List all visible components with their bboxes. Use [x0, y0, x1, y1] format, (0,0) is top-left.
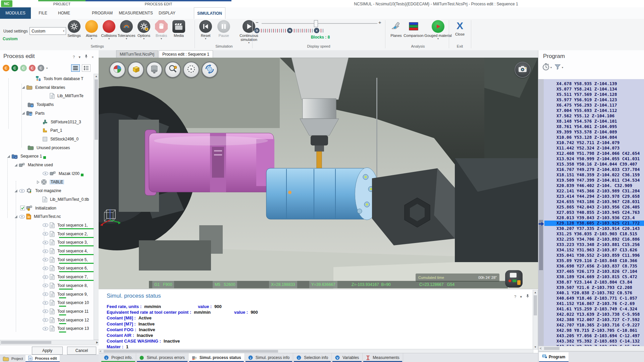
tree-item[interactable]: Tool sequence 13	[42, 325, 89, 332]
gcode-line[interactable]: X24.655 Y43.186 Z-103.967 C28.031	[556, 199, 640, 204]
tree-item-label[interactable]: Tool magazine	[35, 188, 61, 193]
chevron-down-icon[interactable]: ▾	[79, 55, 81, 59]
tree-item-label[interactable]: Parts	[35, 111, 45, 116]
tree-item[interactable]: Tool sequence 5,	[42, 256, 88, 263]
speed-minus-button[interactable]: −	[256, 19, 259, 25]
tree-item-label[interactable]: Part_1	[50, 128, 62, 133]
speed-tick[interactable]	[302, 29, 303, 33]
tree-item[interactable]: Tool magazine	[14, 187, 61, 194]
options-button[interactable]: Options▾	[136, 20, 152, 40]
tab-project-info-[interactable]: iProject info.	[101, 353, 136, 362]
speed-tick[interactable]	[267, 29, 268, 33]
chevron-down-icon[interactable]: ▾	[437, 38, 439, 40]
gcode-line[interactable]: X15.358 Y50.16 Z-104.044 C39.407	[556, 162, 637, 167]
tab-display[interactable]: DISPLAY	[154, 7, 180, 19]
reset-button[interactable]: Reset▾	[197, 20, 214, 44]
gcode-line[interactable]: X42.98 Y8.715 Z-103.705 C-10.861	[556, 328, 637, 333]
tree-item[interactable]: TTToolpaths	[28, 101, 54, 108]
tree-item-label[interactable]: StlFixture1012_3	[51, 120, 81, 124]
program-stopwatch-button[interactable]: ▾	[542, 63, 552, 72]
tree-item[interactable]: Tool sequence 3,	[42, 239, 88, 246]
gcode-line[interactable]: X8.761 Y54.061 Z-104.095	[556, 124, 617, 129]
gcode-line[interactable]: X35.041 Y30.552 Z-103.859 C11.996	[556, 253, 640, 258]
settings-button[interactable]: Settings	[66, 20, 83, 40]
tree-item-label[interactable]: Sequence 1	[20, 154, 42, 159]
tree-item-label[interactable]: Mazak I200	[59, 171, 79, 176]
help-icon[interactable]: ?	[73, 55, 75, 59]
gcode-line[interactable]: X28.013 Y39.843 Z-103.936 C23.4	[556, 215, 635, 221]
chevron-down-icon[interactable]: ▾	[520, 295, 522, 299]
used-settings-combobox[interactable]: Custom ▾	[30, 27, 66, 35]
tab-program[interactable]: PROGRAM	[87, 7, 117, 19]
tree-item[interactable]: Lib_MillTurnTest_0.tlb	[42, 196, 89, 203]
speed-slider-thumb[interactable]	[314, 20, 318, 27]
collisions-button[interactable]: Collisions▾	[101, 20, 117, 40]
chevron-down-icon[interactable]: ▾	[126, 38, 127, 40]
tree-item-label[interactable]: Tool sequence 6,	[57, 266, 88, 270]
gcode-line[interactable]: X42.022 Y13.639 Z-103.738 C-5.958	[556, 312, 640, 317]
speed-tick[interactable]	[261, 29, 262, 33]
tree-item[interactable]: Machine used	[14, 161, 53, 169]
pin-icon[interactable]	[85, 54, 88, 59]
tree-item[interactable]: CADParts	[21, 110, 45, 117]
gcode-line[interactable]: X31.25 Y36.035 Z-103.903 C18.515	[556, 231, 637, 237]
tab-file[interactable]: FILE	[34, 7, 52, 19]
viewport-selection-circle-button[interactable]	[183, 62, 199, 78]
gcode-line[interactable]: X42.707 Y10.365 Z-103.716 C-9.227	[556, 322, 640, 328]
media-button[interactable]: Media	[170, 20, 187, 40]
gcode-line[interactable]: X37.465 Y26.173 Z-103.826 C7.104	[556, 269, 637, 274]
tree-item[interactable]: Tool sequence 11	[42, 308, 89, 315]
viewport-rotate-orbit-button[interactable]	[202, 62, 218, 78]
tree-item[interactable]: StlFixture1012_3	[42, 118, 81, 126]
tree-item-label[interactable]: Unused processes	[37, 145, 70, 150]
planes-button[interactable]: Planes	[388, 20, 405, 40]
tree-item[interactable]: Tools from database T	[35, 75, 84, 82]
gcode-line[interactable]: X9.399 Y53.578 Z-104.089	[556, 129, 617, 135]
gcode-line[interactable]: X22.141 Y45.366 Z-103.989 C31.284	[556, 188, 640, 194]
close-icon[interactable]: ×	[92, 55, 94, 59]
tolerances-button[interactable]: Tolerances▾	[118, 20, 135, 40]
gcode-line[interactable]: X8.148 Y54.576 Z-104.101	[556, 119, 617, 124]
tree-item[interactable]: Initialization	[20, 204, 56, 212]
speed-tick[interactable]	[275, 29, 276, 33]
gcode-line[interactable]: X42.388 Y12.007 Z-103.727 C-7.592	[556, 317, 640, 322]
gcode-line[interactable]: X7.562 Y55.12 Z-104.106	[556, 113, 614, 119]
gcode-line[interactable]: X33.223 Y33.348 Z-103.881 C15.256	[556, 242, 640, 247]
tab-simul--process-status[interactable]: Simul. process status	[189, 353, 245, 362]
scroll-down-icon[interactable]: ▼	[533, 345, 538, 349]
status-scroll-thumb[interactable]	[534, 295, 537, 315]
apply-button[interactable]: Apply	[32, 347, 63, 355]
gcode-line[interactable]: X38.189 Y24.669 Z-103.815 C5.472	[556, 274, 637, 280]
viewport-control-widget[interactable]	[505, 270, 523, 288]
gcode-line[interactable]: X10.06 Y53.128 Z-104.084	[556, 135, 617, 140]
tree-item[interactable]: Tool sequence 4,	[42, 247, 88, 255]
gcode-line[interactable]: X43.382 Y5.392 Z-103.683 C-14.132	[556, 339, 640, 344]
gcode-line[interactable]: X35.89 Y29.116 Z-103.848 C10.366	[556, 258, 637, 263]
tree-hscroll-thumb[interactable]	[1, 341, 51, 344]
gcode-line[interactable]: X6.475 Y56.293 Z-104.117	[556, 103, 617, 108]
tree-item[interactable]: Tool sequence 2,	[42, 230, 88, 238]
speed-tick[interactable]	[306, 29, 307, 33]
speed-ticks[interactable]: ◷Nx	[254, 27, 382, 34]
speed-tick[interactable]	[277, 29, 278, 33]
tree-item[interactable]: StlStock2496_0	[42, 135, 78, 143]
speed-tick[interactable]	[271, 29, 272, 33]
tree-item[interactable]: Mazak I200	[42, 170, 84, 177]
clock-speed-icon[interactable]: ◷	[254, 28, 260, 33]
speed-tick[interactable]	[298, 29, 299, 33]
cancel-button[interactable]: Cancel	[67, 347, 96, 355]
tree-item-label[interactable]: External libraries	[35, 85, 65, 90]
speed-tick[interactable]	[265, 29, 266, 33]
gcode-line[interactable]: X41.152 Y16.867 Z-103.76 C-2.69	[556, 301, 635, 306]
tree-item-label[interactable]: Tool sequence 11	[57, 309, 89, 314]
tree-item-label[interactable]: Tool sequence 1,	[57, 223, 88, 228]
tree-item[interactable]: Unused processes	[28, 144, 70, 152]
tree-item-label[interactable]: Tools from database T	[44, 76, 84, 81]
tree-item[interactable]: External libraries	[21, 84, 65, 91]
list-view-icon[interactable]	[71, 64, 80, 72]
gcode-line[interactable]: X36.698 Y27.656 Z-103.837 C8.735	[556, 263, 637, 269]
speed-tick[interactable]	[312, 29, 313, 33]
tree-item-label[interactable]: Tool sequence 13	[57, 326, 89, 331]
tree-item-label[interactable]: Tool sequence 3,	[57, 240, 88, 245]
speed-tick[interactable]	[310, 29, 311, 33]
